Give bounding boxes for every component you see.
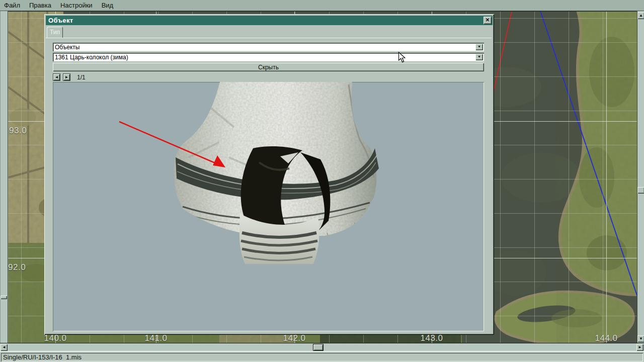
arrow-down-icon: ▼ (639, 336, 643, 341)
dialog-title: Объект (46, 17, 73, 24)
arrow-left-icon: ◄ (55, 75, 59, 79)
vertical-scroll-thumb[interactable] (637, 187, 644, 194)
arrow-left-icon: ◄ (2, 345, 6, 349)
category-dropdown-button[interactable]: ▼ (475, 44, 483, 50)
chevron-down-icon: ▼ (477, 55, 481, 58)
scroll-down-button[interactable]: ▼ (637, 335, 644, 342)
object-pager: ◄ ► 1/1 (53, 73, 86, 81)
map-x-label: 144.0 (595, 333, 617, 343)
category-dropdown[interactable]: Объекты ▼ (53, 43, 484, 51)
hide-button[interactable]: Скрыть (53, 63, 484, 71)
map-grid-major (606, 12, 607, 343)
mission-path-text: Single/RU/I-153/I-16 1.mis (1, 353, 643, 361)
category-dropdown-value: Объекты (53, 43, 484, 51)
horizontal-scrollbar[interactable]: ◄ ► (0, 343, 644, 351)
map-x-label: 141.0 (144, 333, 167, 343)
status-bar: Single/RU/I-153/I-16 1.mis (0, 351, 644, 362)
close-button[interactable]: ✕ (484, 17, 492, 24)
map-x-label: 143.0 (420, 333, 443, 343)
tab-type[interactable]: Тип (47, 27, 63, 38)
scroll-up-button[interactable]: ▲ (637, 12, 644, 19)
mouse-cursor (398, 52, 408, 63)
object-3d-preview[interactable] (53, 82, 484, 331)
close-icon: ✕ (486, 17, 490, 23)
arrow-right-icon: ► (638, 345, 642, 349)
object-dropdown[interactable]: 1361 Царь-колокол (зима) ▼ (53, 53, 484, 61)
object-dialog: Объект ✕ Тип Объекты ▼ 1361 Царь-колокол… (44, 14, 494, 335)
next-object-button[interactable]: ► (63, 73, 70, 81)
fmb-editor-screen: { "menu_bar": { "items": [ { "label": "Ф… (0, 0, 644, 362)
scroll-right-button[interactable]: ► (636, 344, 643, 351)
tsar-bell-render (53, 82, 484, 331)
menu-item-edit[interactable]: Правка (25, 1, 56, 11)
left-ruler-strip[interactable] (0, 11, 8, 343)
map-x-label: 140.0 (44, 333, 66, 343)
chevron-down-icon: ▼ (477, 45, 481, 48)
tab-row: Тип (46, 26, 493, 38)
menu-item-file[interactable]: Файл (0, 1, 25, 11)
prev-object-button[interactable]: ◄ (53, 73, 60, 81)
tab-page-edge (46, 38, 492, 38)
arrow-right-icon: ► (65, 75, 69, 79)
object-dropdown-button[interactable]: ▼ (475, 54, 483, 60)
map-y-label: 93.0 (9, 126, 27, 136)
dialog-titlebar[interactable]: Объект ✕ (46, 16, 493, 25)
map-y-label: 92.0 (8, 262, 26, 273)
scroll-left-button[interactable]: ◄ (1, 344, 8, 351)
menu-bar: Файл Правка Настройки Вид (0, 0, 644, 11)
left-strip-handle[interactable] (1, 296, 7, 299)
arrow-up-icon: ▲ (639, 13, 643, 18)
menu-item-view[interactable]: Вид (97, 1, 118, 11)
vertical-scrollbar[interactable]: ▲ ▼ (637, 11, 644, 343)
object-dropdown-value: 1361 Царь-колокол (зима) (53, 53, 484, 61)
pager-count: 1/1 (77, 74, 86, 81)
horizontal-scroll-thumb[interactable] (313, 344, 324, 351)
menu-item-settings[interactable]: Настройки (56, 1, 97, 11)
map-x-label: 142.0 (283, 333, 305, 343)
